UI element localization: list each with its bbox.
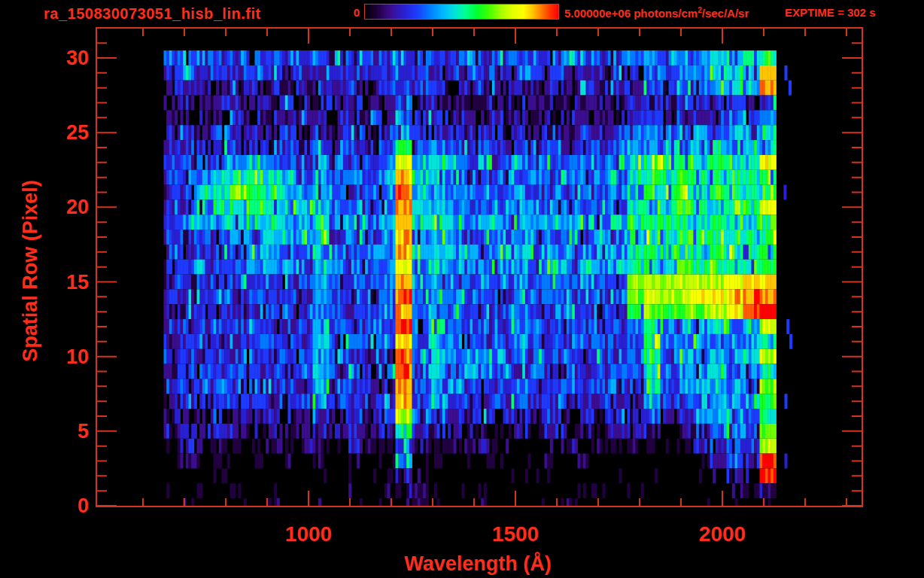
y-tick-label: 25 <box>15 120 89 144</box>
colorbar-max-label-prefix: 5.00000e+06 photons/cm <box>564 7 698 20</box>
exptime-label: EXPTIME = 302 s <box>785 6 875 19</box>
colorbar-max-label: 5.00000e+06 photons/cm2/sec/A/sr <box>564 6 749 20</box>
file-title: ra_150830073051_hisb_lin.fit <box>44 5 261 23</box>
y-tick-label: 30 <box>15 46 89 70</box>
y-tick-label: 10 <box>15 345 89 369</box>
colorbar-min-label: 0 <box>324 6 360 19</box>
x-tick-label: 1000 <box>256 523 361 546</box>
colorbar-gradient <box>364 4 559 20</box>
x-tick-label: 2000 <box>670 523 775 546</box>
y-tick-label: 5 <box>15 419 89 443</box>
y-tick-label: 20 <box>15 195 89 219</box>
colorbar-max-label-suffix: /sec/A/sr <box>702 7 749 20</box>
spectral-heatmap-canvas <box>97 29 862 506</box>
x-tick-label: 1500 <box>463 523 568 546</box>
x-axis-title: Wavelength (Å) <box>365 552 591 576</box>
spectral-image-viewer: ra_150830073051_hisb_lin.fit 0 5.00000e+… <box>0 0 924 578</box>
y-tick-label: 15 <box>15 270 89 294</box>
y-tick-label: 0 <box>15 494 89 518</box>
